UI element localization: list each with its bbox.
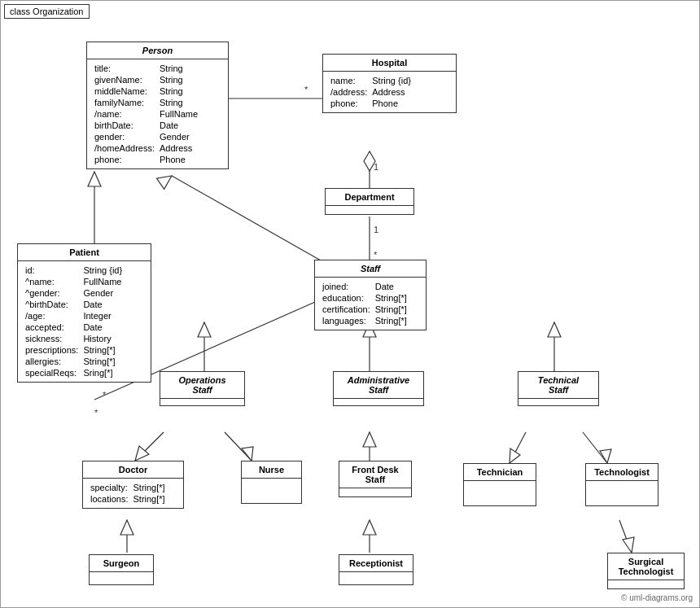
copyright: © uml-diagrams.org [621,593,693,602]
receptionist-body [339,572,413,584]
front-desk-staff-header: Front DeskStaff [339,461,411,488]
svg-marker-35 [623,537,634,553]
person-body: title:String givenName:String middleName… [87,59,228,168]
svg-marker-4 [364,151,375,171]
svg-line-22 [225,432,252,461]
staff-body: joined:Date education:String[*] certific… [315,278,426,330]
svg-marker-11 [88,172,101,186]
patient-body: id:String {id} ^name:FullName ^gender:Ge… [18,261,151,382]
surgeon-body [90,572,153,584]
doctor-header: Doctor [83,461,183,479]
department-header: Department [326,189,413,206]
svg-text:1: 1 [374,162,378,172]
operations-staff-class: OperationsStaff [160,371,245,406]
surgeon-header: Surgeon [90,555,153,572]
administrative-staff-class: AdministrativeStaff [333,371,424,406]
staff-class: Staff joined:Date education:String[*] ce… [314,260,427,330]
svg-line-26 [510,432,526,463]
doctor-body: specialty:String[*] locations:String[*] [83,479,183,508]
technician-class: Technician [463,463,536,506]
person-header: Person [87,42,228,59]
svg-text:*: * [304,85,308,94]
diagram-title: class Organization [4,4,90,19]
svg-marker-21 [135,446,149,461]
surgeon-class: Surgeon [89,554,154,585]
front-desk-staff-class: Front DeskStaff [339,461,412,497]
operations-staff-body [160,399,244,405]
receptionist-class: Receptionist [339,554,413,585]
svg-marker-25 [363,432,376,447]
surgical-technologist-body [608,580,684,588]
nurse-body [242,479,301,503]
svg-marker-33 [363,520,376,535]
department-class: Department [325,188,414,215]
nurse-class: Nurse [241,461,302,504]
technical-staff-header: TechnicalStaff [518,372,598,399]
technician-body [464,481,536,505]
svg-marker-29 [600,449,611,463]
doctor-class: Doctor specialty:String[*] locations:Str… [82,461,184,509]
nurse-header: Nurse [242,461,301,479]
hospital-class: Hospital name:String {id} /address:Addre… [322,54,457,113]
svg-marker-27 [510,448,520,463]
patient-class: Patient id:String {id} ^name:FullName ^g… [17,243,151,383]
operations-staff-header: OperationsStaff [160,372,244,399]
svg-line-28 [583,432,607,463]
svg-text:1: 1 [374,225,378,234]
technical-staff-body [518,399,598,405]
staff-header: Staff [315,260,426,278]
surgical-technologist-header: SurgicalTechnologist [608,553,684,580]
department-body [326,206,413,214]
administrative-staff-header: AdministrativeStaff [334,372,423,399]
hospital-header: Hospital [323,55,456,72]
technologist-header: Technologist [586,464,658,481]
uml-diagram: class Organization * * 1 * 1 * [0,0,700,608]
person-class: Person title:String givenName:String mid… [86,42,229,169]
technologist-class: Technologist [585,463,658,506]
svg-marker-23 [242,447,253,461]
svg-text:*: * [103,390,107,400]
technician-header: Technician [464,464,536,481]
svg-line-20 [135,432,164,461]
svg-marker-13 [156,170,175,189]
svg-line-34 [619,520,632,553]
technical-staff-class: TechnicalStaff [518,371,599,406]
patient-header: Patient [18,244,151,261]
receptionist-header: Receptionist [339,555,413,572]
surgical-technologist-class: SurgicalTechnologist [607,553,685,589]
svg-marker-15 [198,322,211,337]
svg-text:*: * [94,408,98,418]
administrative-staff-body [334,399,423,405]
svg-text:*: * [374,250,378,260]
svg-marker-19 [548,322,561,337]
technologist-body [586,481,658,505]
hospital-body: name:String {id} /address:Address phone:… [323,72,456,112]
svg-marker-31 [120,520,133,535]
front-desk-staff-body [339,488,411,496]
